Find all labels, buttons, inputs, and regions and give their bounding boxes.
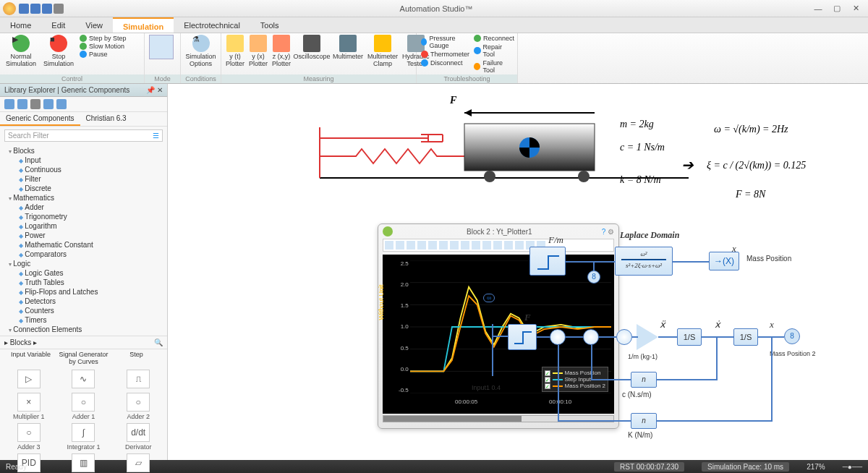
thermometer-button[interactable]: Thermometer [421,51,469,58]
failure-tool-button[interactable]: Failure Tool [474,59,514,74]
maximize-button[interactable]: ▢ [827,2,846,15]
zoom-slider[interactable]: ─●── [843,463,862,471]
chart-xtick: 00:00:05 [455,399,477,405]
tree-item[interactable]: Logarithm [3,221,164,231]
tab-simulation[interactable]: Simulation [113,17,174,33]
pressure-gauge-button[interactable]: Pressure Gauge [421,35,469,49]
plotter-toolbar[interactable] [383,239,614,252]
tree-item[interactable]: Flip-Flops and Latches [3,287,164,297]
sim-options-button[interactable]: ⚗Simulation Options [185,35,216,68]
pause-button[interactable]: Pause [80,51,127,58]
multimeter-button[interactable]: Multimeter [333,35,363,61]
tree-item[interactable]: Adder [3,203,164,212]
mode-icon[interactable] [149,35,174,59]
output-block[interactable]: →(X) [709,252,739,270]
status-zoom[interactable]: 217% [807,463,825,471]
palette-item[interactable]: ⎍ [112,370,164,390]
tree-item[interactable]: Power [3,231,164,240]
tree-item[interactable]: Truth Tables [3,278,164,287]
tree-item[interactable]: Counters [3,306,164,315]
close-button[interactable]: ✕ [846,2,865,15]
sum-node-1[interactable] [550,329,566,345]
search-icon[interactable]: ☰ [153,132,159,140]
stop-sim-button[interactable]: ■Stop Simulation [42,35,75,68]
disconnect-button[interactable]: Disconnect [421,59,469,67]
sidebar-pin-icon[interactable]: 📌 ✕ [146,86,163,94]
tree-item[interactable]: Trigonometry [3,212,164,221]
tree-item[interactable]: Discrete [3,184,164,193]
transfer-fn-block[interactable]: ω²s²+2ξ·ω·s+ω² [615,247,673,276]
tab-edit[interactable]: Edit [41,17,75,33]
power-icon[interactable] [383,226,393,236]
palette-item[interactable]: ○Adder 1 [58,393,110,420]
integrator-1[interactable]: 1/S [677,328,702,346]
sidebar-tab-christian[interactable]: Christian 6.3 [80,112,132,126]
c-gain-block[interactable]: n [631,372,657,388]
integrator-2[interactable]: 1/S [733,328,758,346]
search-icon[interactable]: 🔍 [154,338,163,346]
diagram-canvas[interactable]: F m = 2kg c = 1 Ns/m k = 8 N/m ➔ ω = √(k… [168,84,868,460]
palette-item[interactable]: ▷ [3,370,55,390]
palette-item[interactable]: ×Multiplier 1 [3,393,55,420]
zxy-plotter-button[interactable]: z (x,y) Plotter [272,35,291,68]
tree-item[interactable]: Detectors [3,297,164,306]
yx-plotter-button[interactable]: y (x) Plotter [249,35,268,68]
tree-conn[interactable]: Connection Elements [3,325,164,334]
yt-plotter-window[interactable]: Block 2 : Yt_Plotter1 ? ⚙ Without Unit 2… [378,223,619,429]
yt-plotter-button[interactable]: y (t) Plotter [226,35,244,68]
ribbon-tabs: Home Edit View Simulation Electrotechnic… [0,17,868,33]
step-block[interactable] [529,247,566,276]
tree-item[interactable]: Comparators [3,250,164,259]
tree-item[interactable]: Continuous [3,165,164,174]
palette-item[interactable]: ∫Integrator 1 [58,423,110,451]
tree-item[interactable]: Filter [3,174,164,184]
step-block-2[interactable] [508,324,537,350]
tree-item[interactable]: Logic Gates [3,268,164,278]
sum-node-2[interactable] [583,329,599,345]
k-gain-block[interactable]: n [631,413,657,429]
sum-node-3[interactable] [616,329,632,345]
tree-item[interactable]: Timers [3,315,164,325]
minimize-button[interactable]: — [809,2,827,15]
component-tree[interactable]: Blocks Input Continuous Filter Discrete … [0,145,167,336]
step-by-step-button[interactable]: Step by Step [80,35,127,42]
qat-icon[interactable] [30,4,41,14]
tab-electro[interactable]: Electrotechnical [174,17,250,33]
repair-tool-button[interactable]: Repair Tool [474,43,514,58]
tab-tools[interactable]: Tools [250,17,289,33]
multimeter-clamp-button[interactable]: Multimeter Clamp [367,35,398,68]
palette-item[interactable]: ▥ [58,453,110,473]
qat-icon[interactable] [19,4,29,14]
slow-motion-button[interactable]: Slow Motion [80,43,127,50]
tab-view[interactable]: View [75,17,113,33]
sidebar-toolbar[interactable] [0,97,167,112]
search-input[interactable]: Search Filter☰ [4,129,163,142]
plotter-title: Block 2 : Yt_Plotter1 [397,228,602,236]
qat-icon[interactable] [42,4,52,14]
force-label: F [450,95,456,106]
palette-item[interactable]: d/dtDerivator [112,423,164,451]
qat-icon[interactable] [54,4,64,14]
sidebar-tab-generic[interactable]: Generic Components [0,112,80,126]
tree-item[interactable]: Mathematic Constant [3,240,164,250]
tree-logic[interactable]: Logic [3,259,164,268]
fm-label: F/m [548,234,563,246]
scope-icon-2[interactable]: 8 [784,328,800,344]
reconnect-button[interactable]: Reconnect [474,35,514,42]
tree-math[interactable]: Mathematics [3,193,164,203]
palette-breadcrumb[interactable]: ▸ Blocks ▸🔍 [0,336,167,349]
settings-icon[interactable]: ⚙ [608,228,614,236]
xdd-label: ẍ [660,319,665,331]
palette-item[interactable]: ○Adder 3 [3,423,55,451]
palette-item[interactable]: ▱ [112,453,164,473]
normal-sim-button[interactable]: ▶Normal Simulation [4,35,38,68]
tree-blocks[interactable]: Blocks [3,146,164,155]
oscilloscope-button[interactable]: Oscilloscope [295,35,328,61]
quick-access-toolbar[interactable] [19,4,64,14]
tree-item[interactable]: Input [3,155,164,165]
tab-home[interactable]: Home [0,17,41,33]
palette-item[interactable]: ○Adder 2 [112,393,164,420]
help-icon[interactable]: ? [602,228,606,236]
scope-icon[interactable]: 8 [587,270,600,284]
palette-item[interactable]: ∿ [58,370,110,390]
